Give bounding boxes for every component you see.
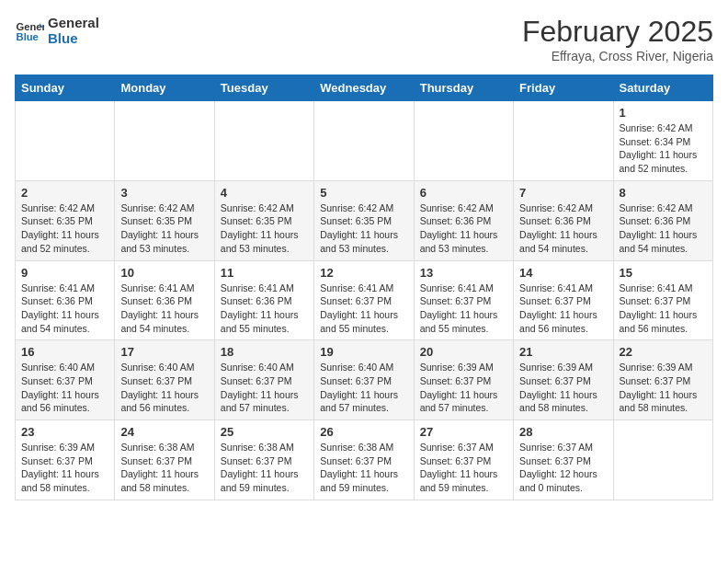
calendar-cell: [514, 101, 613, 181]
day-number: 2: [21, 186, 108, 200]
day-number: 9: [21, 266, 108, 280]
day-info: Sunrise: 6:41 AM Sunset: 6:37 PM Dayligh…: [620, 282, 707, 336]
day-number: 1: [620, 106, 707, 120]
logo-blue: Blue: [48, 30, 99, 46]
day-info: Sunrise: 6:40 AM Sunset: 6:37 PM Dayligh…: [120, 361, 208, 415]
calendar-cell: 2Sunrise: 6:42 AM Sunset: 6:35 PM Daylig…: [16, 180, 115, 260]
calendar-cell: 11Sunrise: 6:41 AM Sunset: 6:36 PM Dayli…: [214, 260, 313, 340]
day-number: 3: [120, 186, 208, 200]
day-info: Sunrise: 6:41 AM Sunset: 6:37 PM Dayligh…: [519, 282, 607, 336]
day-info: Sunrise: 6:41 AM Sunset: 6:37 PM Dayligh…: [420, 282, 507, 336]
calendar-cell: 1Sunrise: 6:42 AM Sunset: 6:34 PM Daylig…: [613, 101, 712, 181]
weekday-header-saturday: Saturday: [613, 75, 712, 101]
calendar-cell: [414, 101, 513, 181]
day-info: Sunrise: 6:41 AM Sunset: 6:37 PM Dayligh…: [320, 282, 407, 336]
day-number: 5: [320, 186, 407, 200]
day-info: Sunrise: 6:42 AM Sunset: 6:35 PM Dayligh…: [221, 201, 308, 256]
day-number: 27: [420, 425, 507, 439]
day-number: 23: [21, 425, 108, 439]
day-info: Sunrise: 6:39 AM Sunset: 6:37 PM Dayligh…: [21, 441, 108, 495]
day-info: Sunrise: 6:39 AM Sunset: 6:37 PM Dayligh…: [620, 361, 707, 415]
calendar-cell: 3Sunrise: 6:42 AM Sunset: 6:35 PM Daylig…: [115, 180, 214, 260]
weekday-header-sunday: Sunday: [16, 75, 115, 101]
title-block: February 2025 Effraya, Cross River, Nige…: [522, 15, 713, 63]
day-info: Sunrise: 6:38 AM Sunset: 6:37 PM Dayligh…: [120, 441, 208, 495]
day-number: 8: [620, 186, 707, 200]
day-number: 18: [221, 345, 308, 359]
day-info: Sunrise: 6:41 AM Sunset: 6:36 PM Dayligh…: [221, 282, 308, 336]
svg-text:General: General: [17, 21, 44, 32]
day-info: Sunrise: 6:39 AM Sunset: 6:37 PM Dayligh…: [519, 361, 607, 415]
week-row-3: 9Sunrise: 6:41 AM Sunset: 6:36 PM Daylig…: [16, 260, 713, 340]
calendar-cell: 6Sunrise: 6:42 AM Sunset: 6:36 PM Daylig…: [414, 180, 513, 260]
calendar-cell: [214, 101, 313, 181]
day-number: 25: [221, 425, 308, 439]
calendar-cell: 12Sunrise: 6:41 AM Sunset: 6:37 PM Dayli…: [314, 260, 414, 340]
logo-icon: General Blue: [15, 16, 44, 45]
day-number: 16: [21, 345, 108, 359]
calendar-cell: 25Sunrise: 6:38 AM Sunset: 6:37 PM Dayli…: [214, 420, 313, 500]
calendar-cell: 19Sunrise: 6:40 AM Sunset: 6:37 PM Dayli…: [314, 340, 414, 420]
day-info: Sunrise: 6:37 AM Sunset: 6:37 PM Dayligh…: [519, 441, 607, 495]
calendar-cell: 7Sunrise: 6:42 AM Sunset: 6:36 PM Daylig…: [514, 180, 613, 260]
day-info: Sunrise: 6:40 AM Sunset: 6:37 PM Dayligh…: [221, 361, 308, 415]
day-info: Sunrise: 6:41 AM Sunset: 6:36 PM Dayligh…: [120, 282, 208, 336]
calendar-cell: 26Sunrise: 6:38 AM Sunset: 6:37 PM Dayli…: [314, 420, 414, 500]
weekday-header-wednesday: Wednesday: [314, 75, 414, 101]
weekday-header-row: SundayMondayTuesdayWednesdayThursdayFrid…: [16, 75, 713, 101]
weekday-header-tuesday: Tuesday: [214, 75, 313, 101]
day-number: 12: [320, 266, 407, 280]
day-info: Sunrise: 6:42 AM Sunset: 6:35 PM Dayligh…: [120, 201, 208, 256]
calendar-cell: 28Sunrise: 6:37 AM Sunset: 6:37 PM Dayli…: [514, 420, 613, 500]
calendar-cell: 9Sunrise: 6:41 AM Sunset: 6:36 PM Daylig…: [16, 260, 115, 340]
day-info: Sunrise: 6:38 AM Sunset: 6:37 PM Dayligh…: [320, 441, 407, 495]
day-info: Sunrise: 6:42 AM Sunset: 6:36 PM Dayligh…: [620, 201, 707, 256]
day-number: 28: [519, 425, 607, 439]
calendar-cell: [314, 101, 414, 181]
calendar-cell: 21Sunrise: 6:39 AM Sunset: 6:37 PM Dayli…: [514, 340, 613, 420]
day-number: 15: [620, 266, 707, 280]
day-number: 10: [120, 266, 208, 280]
week-row-5: 23Sunrise: 6:39 AM Sunset: 6:37 PM Dayli…: [16, 420, 713, 500]
day-info: Sunrise: 6:37 AM Sunset: 6:37 PM Dayligh…: [420, 441, 507, 495]
day-info: Sunrise: 6:40 AM Sunset: 6:37 PM Dayligh…: [21, 361, 108, 415]
day-info: Sunrise: 6:42 AM Sunset: 6:36 PM Dayligh…: [420, 201, 507, 256]
calendar-cell: 13Sunrise: 6:41 AM Sunset: 6:37 PM Dayli…: [414, 260, 513, 340]
calendar-cell: 15Sunrise: 6:41 AM Sunset: 6:37 PM Dayli…: [613, 260, 712, 340]
calendar-cell: 14Sunrise: 6:41 AM Sunset: 6:37 PM Dayli…: [514, 260, 613, 340]
logo-general: General: [48, 15, 99, 30]
calendar-table: SundayMondayTuesdayWednesdayThursdayFrid…: [15, 75, 713, 500]
day-number: 4: [221, 186, 308, 200]
day-info: Sunrise: 6:38 AM Sunset: 6:37 PM Dayligh…: [221, 441, 308, 495]
day-info: Sunrise: 6:40 AM Sunset: 6:37 PM Dayligh…: [320, 361, 407, 415]
calendar-cell: [613, 420, 712, 500]
weekday-header-friday: Friday: [514, 75, 613, 101]
week-row-4: 16Sunrise: 6:40 AM Sunset: 6:37 PM Dayli…: [16, 340, 713, 420]
calendar-cell: 23Sunrise: 6:39 AM Sunset: 6:37 PM Dayli…: [16, 420, 115, 500]
weekday-header-monday: Monday: [115, 75, 214, 101]
day-info: Sunrise: 6:42 AM Sunset: 6:35 PM Dayligh…: [320, 201, 407, 256]
day-number: 7: [519, 186, 607, 200]
day-number: 13: [420, 266, 507, 280]
calendar-cell: 24Sunrise: 6:38 AM Sunset: 6:37 PM Dayli…: [115, 420, 214, 500]
calendar-cell: [16, 101, 115, 181]
calendar-cell: 17Sunrise: 6:40 AM Sunset: 6:37 PM Dayli…: [115, 340, 214, 420]
day-number: 24: [120, 425, 208, 439]
day-number: 11: [221, 266, 308, 280]
calendar-cell: 20Sunrise: 6:39 AM Sunset: 6:37 PM Dayli…: [414, 340, 513, 420]
day-number: 17: [120, 345, 208, 359]
calendar-cell: 5Sunrise: 6:42 AM Sunset: 6:35 PM Daylig…: [314, 180, 414, 260]
month-title: February 2025: [522, 15, 713, 49]
day-number: 22: [620, 345, 707, 359]
day-info: Sunrise: 6:42 AM Sunset: 6:34 PM Dayligh…: [620, 121, 707, 176]
page-header: General Blue General Blue February 2025 …: [15, 15, 713, 63]
calendar-cell: [115, 101, 214, 181]
svg-text:Blue: Blue: [17, 31, 39, 42]
week-row-2: 2Sunrise: 6:42 AM Sunset: 6:35 PM Daylig…: [16, 180, 713, 260]
day-number: 20: [420, 345, 507, 359]
day-info: Sunrise: 6:42 AM Sunset: 6:36 PM Dayligh…: [519, 201, 607, 256]
location: Effraya, Cross River, Nigeria: [522, 49, 713, 63]
calendar-cell: 4Sunrise: 6:42 AM Sunset: 6:35 PM Daylig…: [214, 180, 313, 260]
day-number: 26: [320, 425, 407, 439]
calendar-cell: 16Sunrise: 6:40 AM Sunset: 6:37 PM Dayli…: [16, 340, 115, 420]
